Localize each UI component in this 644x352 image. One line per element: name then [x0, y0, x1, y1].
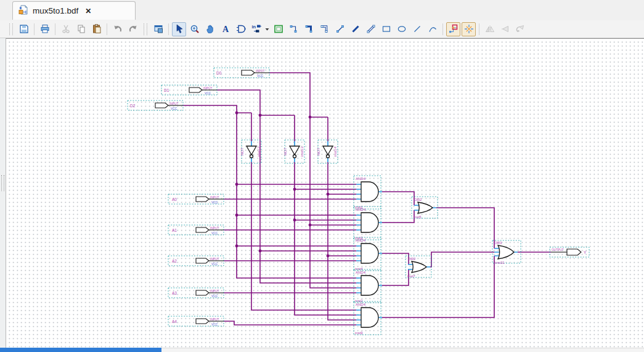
not-gate-1[interactable]: NOT inst12 — [240, 140, 261, 163]
svg-text:INPUT: INPUT — [210, 227, 219, 230]
svg-text:AND4: AND4 — [356, 208, 366, 211]
svg-text:VCC: VCC — [171, 107, 177, 110]
and-gate-4[interactable]: AND4 inst2 — [354, 269, 382, 303]
or-gate-2[interactable]: OR2 inst7 — [406, 256, 431, 278]
svg-text:inst7: inst7 — [407, 274, 415, 278]
or-gate-1[interactable]: OR2 inst5 — [412, 197, 438, 219]
svg-text:OR3: OR3 — [494, 241, 502, 245]
svg-text:INPUT: INPUT — [210, 258, 219, 261]
svg-text:inst13: inst13 — [300, 146, 304, 157]
svg-text:A1: A1 — [172, 228, 177, 232]
svg-text:inst14: inst14 — [333, 146, 337, 157]
output-pin-y[interactable]: OUTPUT Y — [550, 247, 589, 257]
input-pin-d0[interactable]: D0 INPUT VCC — [214, 68, 269, 78]
svg-text:AND4: AND4 — [356, 177, 366, 181]
and-gate-3[interactable]: AND4 inst4 — [354, 237, 382, 271]
net-d1[interactable] — [217, 90, 356, 283]
svg-text:A0: A0 — [172, 197, 177, 202]
svg-text:VCC: VCC — [211, 232, 218, 235]
svg-text:AND4: AND4 — [356, 239, 366, 242]
net-and5-or3[interactable] — [382, 256, 494, 317]
svg-text:D1: D1 — [164, 88, 169, 92]
svg-text:inst12: inst12 — [257, 146, 261, 157]
svg-text:VCC: VCC — [211, 201, 218, 204]
svg-text:VCC: VCC — [211, 263, 218, 266]
svg-text:A2: A2 — [172, 259, 177, 263]
or3-gate[interactable]: OR3 inst11 — [492, 240, 521, 264]
svg-text:inst9: inst9 — [355, 331, 363, 335]
and-gate-2[interactable]: AND4 inst3 — [354, 207, 382, 240]
net-and3-or2[interactable] — [382, 253, 409, 264]
schematic-svg: D0 INPUT VCC D1 INPUT VCC D2 INPUT VCC A… — [0, 0, 644, 352]
svg-text:VCC: VCC — [211, 323, 218, 326]
svg-text:inst11: inst11 — [495, 261, 505, 264]
input-pin-a4[interactable]: A4 INPUT VCC — [168, 316, 224, 326]
svg-text:VCC: VCC — [211, 295, 218, 298]
input-pin-a0[interactable]: A0 INPUT VCC — [168, 194, 224, 204]
svg-text:VCC: VCC — [205, 92, 211, 95]
input-pin-a1[interactable]: A1 INPUT VCC — [168, 225, 224, 235]
net-or1-or3[interactable] — [436, 208, 494, 248]
svg-text:NOT: NOT — [240, 147, 244, 155]
svg-text:D0: D0 — [216, 71, 222, 75]
svg-text:AND4: AND4 — [356, 303, 366, 306]
svg-text:INPUT: INPUT — [210, 290, 219, 293]
input-pin-d2[interactable]: D2 INPUT VCC — [128, 100, 183, 110]
net-a4[interactable] — [224, 321, 356, 325]
not-gate-2[interactable]: NOT inst13 — [283, 140, 304, 163]
svg-text:INPUT: INPUT — [169, 102, 178, 105]
not-gate-3[interactable]: NOT inst14 — [317, 140, 338, 163]
svg-text:A4: A4 — [172, 319, 177, 324]
input-pin-a2[interactable]: A2 INPUT VCC — [168, 256, 224, 266]
svg-text:INPUT: INPUT — [210, 318, 219, 321]
input-pin-d1[interactable]: D1 INPUT VCC — [161, 85, 217, 95]
svg-text:INPUT: INPUT — [203, 87, 212, 90]
net-and2-or1[interactable] — [382, 210, 414, 223]
svg-text:inst5: inst5 — [414, 215, 422, 219]
svg-text:Y: Y — [584, 250, 587, 255]
svg-text:OUTPUT: OUTPUT — [552, 248, 564, 252]
svg-text:NOT: NOT — [317, 147, 320, 155]
net-and1-or1[interactable] — [382, 192, 414, 205]
svg-text:OR2: OR2 — [408, 257, 416, 261]
net-not-d2[interactable] — [251, 113, 356, 310]
svg-text:D2: D2 — [130, 104, 136, 108]
and-gate-1[interactable]: AND4 inst1 — [354, 176, 382, 209]
input-pin-a3[interactable]: A3 INPUT VCC — [168, 288, 224, 298]
svg-text:NOT: NOT — [283, 147, 287, 155]
svg-text:OR2: OR2 — [414, 198, 422, 202]
net-d2[interactable] — [183, 105, 356, 278]
and-gate-5[interactable]: AND4 inst9 — [354, 301, 382, 335]
svg-text:VCC: VCC — [257, 75, 264, 78]
net-and4-or2[interactable] — [382, 269, 409, 285]
svg-text:INPUT: INPUT — [256, 70, 264, 73]
net-or2-or3[interactable] — [430, 252, 494, 267]
svg-text:INPUT: INPUT — [210, 196, 219, 199]
svg-text:AND4: AND4 — [356, 271, 366, 274]
svg-text:A3: A3 — [172, 291, 177, 295]
